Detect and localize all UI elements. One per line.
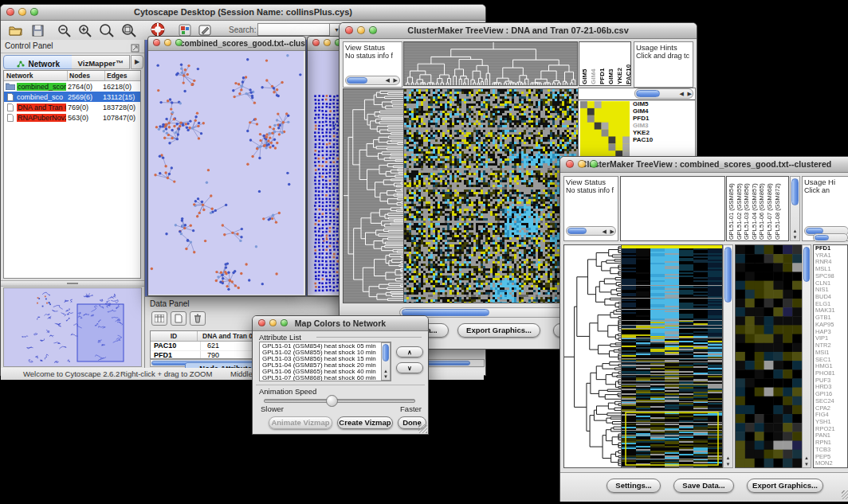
- resize-grip[interactable]: [418, 424, 427, 433]
- open-file-button[interactable]: [6, 22, 24, 38]
- treeview2-titlebar[interactable]: ClusterMaker TreeView : combined_scores_…: [560, 157, 848, 173]
- attribute-list-item[interactable]: GPL51-07 (GSM868) heat shock 60 min: [262, 375, 391, 381]
- network-overview-thumbnail[interactable]: [3, 287, 142, 367]
- close-button[interactable]: [566, 160, 574, 168]
- close-button[interactable]: [153, 39, 160, 46]
- tv2-global-heatmap[interactable]: [622, 244, 723, 468]
- minimize-button[interactable]: [324, 39, 331, 46]
- network-list-row[interactable]: DNA and Tran 07769(0)183728(0): [4, 102, 140, 112]
- animation-speed-slider[interactable]: [264, 399, 415, 403]
- tv1-summary-heatmap[interactable]: [580, 101, 630, 165]
- minimize-button[interactable]: [357, 26, 365, 34]
- panel-divider[interactable]: [1, 280, 144, 287]
- control-panel: Control Panel Network VizMapper™ ▶ Netwo…: [1, 40, 145, 368]
- status-zoom-hint: Right-click + drag to ZOOM: [120, 368, 212, 380]
- tv2-zoom-heatmap[interactable]: [735, 244, 803, 468]
- close-button[interactable]: [258, 319, 265, 326]
- network1-canvas[interactable]: [148, 51, 304, 295]
- tv1-column-label: PAC10: [625, 43, 631, 84]
- tv1-column-dendrogram[interactable]: [403, 41, 578, 86]
- tv1-gene-label[interactable]: GIM4: [633, 107, 653, 115]
- close-button[interactable]: [312, 39, 320, 46]
- document-icon: [5, 104, 16, 111]
- resize-grip[interactable]: [842, 490, 848, 499]
- edge-count: 13112(15): [103, 93, 140, 101]
- attribute-list[interactable]: GPL51-01 (GSM854) heat shock 05 minGPL51…: [259, 342, 391, 381]
- zoom-window-button[interactable]: [281, 319, 288, 326]
- zoom-window-button[interactable]: [30, 8, 38, 16]
- network-list-row[interactable]: combined_scores2764(0)16218(0): [4, 81, 140, 92]
- tv1-status-scrollbar[interactable]: ◀ ▶: [345, 76, 400, 85]
- tv2-collabel-vscrollbar[interactable]: ▲▼: [790, 176, 800, 241]
- minimize-button[interactable]: [18, 8, 26, 16]
- minimize-button[interactable]: [164, 39, 171, 46]
- zoom-in-icon[interactable]: [77, 22, 94, 38]
- zoom-fit-icon[interactable]: [98, 22, 116, 38]
- node-count: 769(0): [68, 104, 103, 111]
- tv1-gene-label[interactable]: GIM5: [633, 100, 653, 107]
- tv1-view-status: View Status No status info f ◀ ▶: [343, 41, 402, 88]
- new-attribute-icon[interactable]: [171, 311, 186, 326]
- tabs-overflow-button[interactable]: ▶: [131, 55, 143, 69]
- save-session-button[interactable]: [29, 22, 46, 38]
- save-data-button[interactable]: Save Data...: [673, 479, 734, 493]
- float-panel-icon[interactable]: [131, 41, 139, 56]
- zoom-window-button[interactable]: [175, 39, 183, 46]
- network-name: DNA and Tran 07: [17, 104, 66, 111]
- tv2-zoom-vscrollbar[interactable]: ▲▼: [802, 244, 811, 468]
- slider-thumb[interactable]: [326, 395, 338, 407]
- move-attribute-down-button[interactable]: ∨: [396, 362, 423, 373]
- tv1-gene-label[interactable]: YKE2: [633, 129, 653, 136]
- main-titlebar[interactable]: Cytoscape Desktop (Session Name: collins…: [1, 5, 485, 21]
- tv1-summary-hscrollbar[interactable]: ◀ ▶: [634, 88, 693, 99]
- zoom-window-button[interactable]: [369, 26, 377, 34]
- tv2-gene-label[interactable]: MON2: [815, 460, 847, 467]
- tv1-gene-label[interactable]: PAC10: [633, 136, 653, 143]
- animation-speed-label: Animation Speed: [259, 387, 316, 396]
- tv2-row-dendrogram[interactable]: [563, 244, 622, 468]
- zoom-out-icon[interactable]: [56, 22, 73, 38]
- tab-network-label: Network: [29, 60, 60, 68]
- network-list-header[interactable]: Network Nodes Edges: [4, 71, 140, 81]
- close-button[interactable]: [6, 8, 14, 16]
- dialog-titlebar[interactable]: Map Colors to Network: [253, 316, 428, 331]
- attribute-list-label: Attribute List: [259, 333, 301, 342]
- export-graphics-button[interactable]: Export Graphics...: [747, 479, 823, 493]
- animate-vizmap-button[interactable]: Animate Vizmap: [269, 416, 332, 429]
- tv1-usage-hints-text: Click and drag tc: [634, 52, 693, 60]
- search-input[interactable]: [257, 23, 332, 36]
- export-graphics-button[interactable]: Export Graphics...: [457, 323, 540, 338]
- attribute-list-scrollbar[interactable]: ▲▼: [381, 342, 391, 381]
- network1-titlebar[interactable]: combined_scores_good.txt--cluste...: [148, 37, 305, 51]
- delete-attribute-icon[interactable]: [190, 311, 206, 326]
- tv1-column-label: PFD1: [599, 43, 607, 84]
- create-vizmap-button[interactable]: Create Vizmap: [337, 416, 393, 429]
- treeview1-title: ClusterMaker TreeView : DNA and Tran 07-…: [407, 25, 629, 35]
- select-attributes-icon[interactable]: [151, 311, 167, 326]
- close-button[interactable]: [345, 26, 353, 34]
- tv1-view-status-title: View Status: [344, 42, 402, 52]
- minimize-button[interactable]: [578, 160, 586, 168]
- tv2-column-tree-area: [620, 176, 725, 241]
- tv2-global-vscrollbar[interactable]: ▲▼: [723, 244, 733, 468]
- tv1-column-label: YKE2: [616, 43, 624, 84]
- tab-vizmapper[interactable]: VizMapper™: [72, 55, 130, 69]
- minimize-button[interactable]: [269, 319, 277, 326]
- network-list-row[interactable]: combined_sco2569(6)13112(15): [4, 92, 140, 102]
- move-attribute-up-button[interactable]: ∧: [396, 346, 423, 357]
- node-count: 563(0): [68, 114, 103, 122]
- tv1-gene-label[interactable]: GIM3: [633, 122, 653, 129]
- tv1-column-label: GIM3: [607, 43, 615, 84]
- tv2-status-scrollbar[interactable]: ◀ ▶: [566, 226, 616, 236]
- tv1-row-dendrogram[interactable]: [343, 88, 404, 303]
- network-list-row[interactable]: RNAPuberNov2+563(0)107847(0): [4, 112, 140, 123]
- zoom-window-button[interactable]: [590, 160, 598, 168]
- help-lifesaver-icon[interactable]: [149, 21, 167, 37]
- tv1-gene-label[interactable]: PFD1: [633, 115, 653, 122]
- tv2-gene-hscrollbar[interactable]: [813, 233, 848, 242]
- settings-button[interactable]: Settings...: [607, 479, 661, 493]
- tab-vizmapper-label: VizMapper™: [78, 59, 124, 68]
- zoom-selected-icon[interactable]: [120, 22, 138, 38]
- tab-network[interactable]: Network: [3, 55, 73, 69]
- treeview1-titlebar[interactable]: ClusterMaker TreeView : DNA and Tran 07-…: [340, 23, 697, 39]
